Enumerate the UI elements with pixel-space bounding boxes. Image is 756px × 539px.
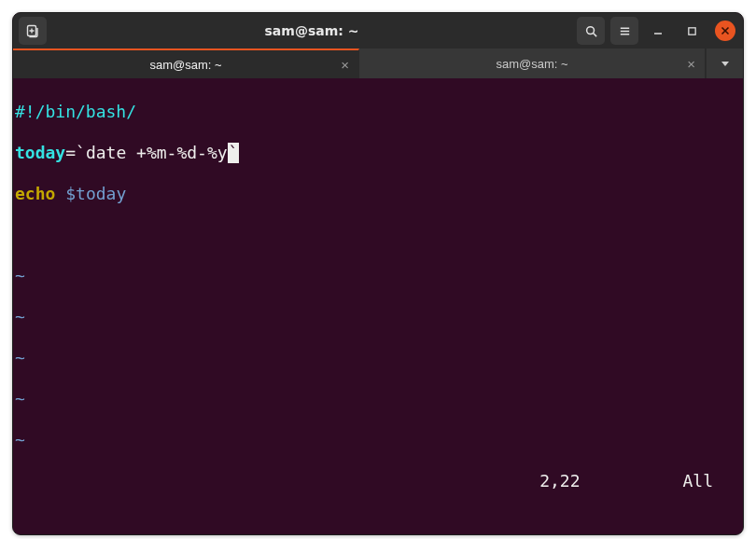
- editor-line-2: today=`date +%m-%d-%y`: [15, 143, 741, 163]
- var-name: today: [15, 143, 65, 162]
- window-title: sam@sam: ~: [47, 23, 577, 38]
- equals-sign: =: [65, 143, 76, 162]
- vim-cursor-position: 2,22: [539, 471, 580, 491]
- svg-point-3: [586, 26, 594, 34]
- svg-rect-9: [688, 27, 694, 34]
- editor-blank: [15, 225, 741, 245]
- editor-line-1: #!/bin/bash/: [15, 102, 741, 122]
- tab-close-icon[interactable]: ×: [687, 56, 695, 72]
- tab-close-icon[interactable]: ×: [341, 57, 349, 73]
- close-button[interactable]: [715, 21, 735, 41]
- echo-keyword: echo: [15, 184, 55, 203]
- tab-bar: sam@sam: ~ × sam@sam: ~ ×: [13, 48, 743, 78]
- maximize-button[interactable]: [678, 17, 706, 45]
- vim-tilde-line: ~: [15, 389, 741, 409]
- titlebar: sam@sam: ~: [13, 13, 743, 48]
- vim-status-line: 2,22 All: [15, 471, 741, 491]
- backtick-open: `: [76, 143, 86, 162]
- menu-button[interactable]: [610, 17, 638, 45]
- search-button[interactable]: [577, 17, 605, 45]
- vim-scroll-indicator: All: [682, 471, 713, 491]
- command-text: date +%m-%d-%y: [86, 143, 228, 162]
- terminal-window-1: sam@sam: ~ sam@sa: [12, 12, 744, 535]
- tab-label: sam@sam: ~: [496, 57, 567, 71]
- editor-line-3: echo $today: [15, 184, 741, 204]
- tab-2[interactable]: sam@sam: ~ ×: [359, 48, 706, 78]
- vim-tilde-line: ~: [15, 430, 741, 450]
- vim-tilde-line: ~: [15, 348, 741, 368]
- var-ref: $today: [65, 184, 126, 203]
- shebang-text: #!/bin/bash/: [15, 102, 136, 121]
- tab-label: sam@sam: ~: [149, 58, 221, 72]
- minimize-button[interactable]: [644, 17, 672, 45]
- terminal-content[interactable]: #!/bin/bash/ today=`date +%m-%d-%y` echo…: [13, 78, 743, 534]
- cursor: `: [228, 143, 240, 163]
- vim-tilde-line: ~: [15, 307, 741, 327]
- new-tab-button[interactable]: [19, 17, 47, 45]
- tab-dropdown-button[interactable]: [706, 48, 743, 78]
- svg-line-4: [593, 33, 596, 36]
- svg-marker-12: [721, 62, 729, 66]
- tab-1[interactable]: sam@sam: ~ ×: [13, 48, 359, 78]
- vim-tilde-line: ~: [15, 266, 741, 286]
